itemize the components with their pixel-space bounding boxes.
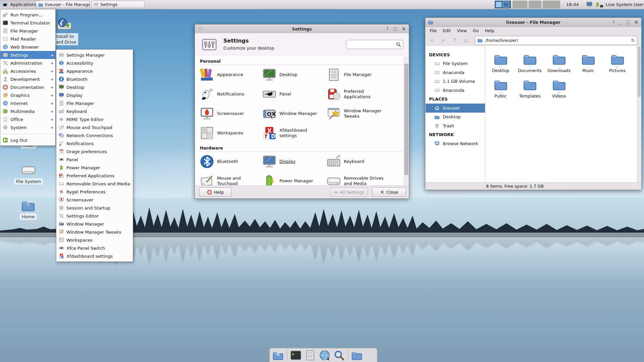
file-videos[interactable]: ▦ Videos [544,77,574,103]
desktop-icon-file-system[interactable]: File System [10,163,47,185]
menu-item-bluetooth[interactable]: Bluetooth [56,75,133,83]
sidebar-item-file-system[interactable]: File System [426,59,485,68]
tile-window-manager[interactable]: Window Manager [262,104,327,123]
menu-item-network-connections[interactable]: Network Connections [56,131,133,139]
minimize-button[interactable]: _ [620,20,622,24]
menu-item-documentation[interactable]: Documentation ▸ [0,83,55,91]
menu-item-panel[interactable]: Panel [56,156,133,164]
menu-item-accessibility[interactable]: Accessibility [56,59,133,67]
dock-terminal[interactable] [290,350,302,361]
shade-button[interactable]: ↑ [612,20,615,24]
close-button[interactable]: × [634,19,638,25]
home-button[interactable]: ⌂ [462,36,471,45]
menu-item-file-manager[interactable]: File Manager [56,99,133,107]
menu-item-settings[interactable]: Settings ▸ [0,51,55,59]
menu-item-settings-editor[interactable]: Settings Editor [56,212,133,220]
dock-web-browser[interactable] [319,350,330,361]
menu-item-web-browser[interactable]: Web Browser [0,43,55,51]
menu-item-mail-reader[interactable]: Mail Reader [0,35,55,43]
menu-item-administration[interactable]: Administration ▸ [0,59,55,67]
tile-window-manager-tweaks[interactable]: Window Manager Tweaks [327,104,404,123]
sidebar-item-1-1-gb-volume[interactable]: 1.1 GB Volume [426,77,485,86]
menu-item-rygel-preferences[interactable]: Rygel Preferences [56,188,133,196]
settings-scrollbar[interactable] [404,56,409,186]
menu-item-development[interactable]: Development ▸ [0,75,55,83]
settings-titlebar[interactable]: Settings ↑ □ × [195,24,409,34]
menu-item-keyboard[interactable]: Keyboard [56,107,133,115]
up-button[interactable]: ↑ [450,36,459,45]
forward-button[interactable]: » [439,36,448,45]
menu-go[interactable]: Go [470,28,482,33]
back-button[interactable]: « [427,36,436,45]
menu-edit[interactable]: Edit [440,28,454,33]
tile-removable-drives-and-media[interactable]: Removable Drives and Media [327,171,404,186]
file-public[interactable]: ♟ Public [486,77,515,103]
dock-folder[interactable] [351,350,363,361]
sidebar-item-browse-network[interactable]: Browse Network [426,139,485,148]
tile-preferred-applications[interactable]: Preferred Applications [327,84,404,104]
sidebar-item-anaconda[interactable]: Anaconda [426,86,485,95]
file-desktop[interactable]: D Desktop [486,52,515,77]
sidebar-item-trash[interactable]: Trash [426,121,485,130]
file-manager-titlebar[interactable]: liveuser - File Manager ↑ _ □ × [425,18,641,27]
path-bar[interactable]: /home/liveuser/ ↻ [475,36,637,45]
menu-item-notifications[interactable]: Notifications [56,139,133,147]
file-templates[interactable]: ▯ Templates [515,77,544,103]
taskbar-button-liveuser-file-manager[interactable]: liveuser - File Manager [36,1,90,8]
workspace-2[interactable] [503,2,509,7]
menu-item-multimedia[interactable]: Multimedia ▸ [0,107,55,115]
dock-file-manager[interactable] [305,350,316,361]
search-input[interactable] [348,41,395,49]
workspace-1[interactable] [496,2,502,7]
maximize-button[interactable]: □ [393,26,397,31]
display-applet-icon[interactable] [586,1,593,8]
dock-app-finder[interactable] [333,350,345,361]
file-downloads[interactable]: ↓ Downloads [544,52,574,77]
menu-item-accessories[interactable]: Accessories ▸ [0,67,55,75]
maximize-button[interactable]: □ [626,20,630,24]
file-music[interactable]: ♪ Music [574,52,603,77]
file-view-scrollbar[interactable] [637,46,641,182]
tile-display[interactable]: Display [262,152,327,171]
workspace-pager[interactable] [495,1,511,8]
menu-item-session-and-startup[interactable]: Session and Startup [56,204,133,212]
close-button[interactable]: × [401,26,406,32]
desktop-icon-home[interactable]: ⌂ Home [11,198,45,220]
menu-item-power-manager[interactable]: Power Manager [56,164,133,172]
menu-item-desktop[interactable]: Desktop [56,83,133,91]
shade-button[interactable]: ↑ [386,26,389,31]
tile-xfdashboard-settings[interactable]: Xfdashboard settings [262,123,327,143]
dock-show-desktop[interactable]: D [272,350,284,361]
menu-item-window-manager[interactable]: Window Manager [56,220,133,228]
menu-item-xfdashboard-settings[interactable]: Xfdashboard settings [56,252,133,260]
menu-item-mime-type-editor[interactable]: MIME Type Editor [56,115,133,123]
menu-item-office[interactable]: Office ▸ [0,115,55,123]
menu-item-xfce-panel-switch[interactable]: Xfce Panel Switch [56,244,133,252]
menu-item-file-manager[interactable]: File Manager [0,27,55,35]
tile-panel[interactable]: Panel [262,84,327,104]
sidebar-item-anaconda[interactable]: Anaconda [426,68,485,77]
menu-item-workspaces[interactable]: Workspaces [56,236,133,244]
tile-workspaces[interactable]: Workspaces [200,123,262,143]
menu-item-display[interactable]: Display [56,91,133,99]
close-settings-button[interactable]: × Close [372,187,406,197]
tile-keyboard[interactable]: Keyboard [327,152,404,171]
menu-item-internet[interactable]: Internet ▸ [0,99,55,107]
menu-item-settings-manager[interactable]: Settings Manager [56,51,133,59]
menu-item-removable-drives-and-media[interactable]: Removable Drives and Media [56,180,133,188]
menu-help[interactable]: Help [482,28,497,33]
menu-file[interactable]: File [427,28,440,33]
menu-view[interactable]: View [454,28,470,33]
menu-item-screensaver[interactable]: Screensaver [56,196,133,204]
tile-mouse-and-touchpad[interactable]: Mouse and Touchpad [200,171,262,186]
file-documents[interactable]: ▤ Documents [515,52,544,77]
menu-item-log-out[interactable]: Log Out [0,136,55,144]
battery-applet-icon[interactable] [595,1,600,8]
help-button[interactable]: Help [199,187,231,197]
file-pictures[interactable]: ◉ Pictures [603,52,632,77]
menu-item-graphics[interactable]: Graphics ▸ [0,91,55,99]
sidebar-item-desktop[interactable]: Desktop [426,113,485,122]
tile-appearance[interactable]: Appearance [200,65,262,84]
menu-item-system[interactable]: System ▸ [0,123,55,131]
menu-item-preferred-applications[interactable]: Preferred Applications [56,172,133,180]
